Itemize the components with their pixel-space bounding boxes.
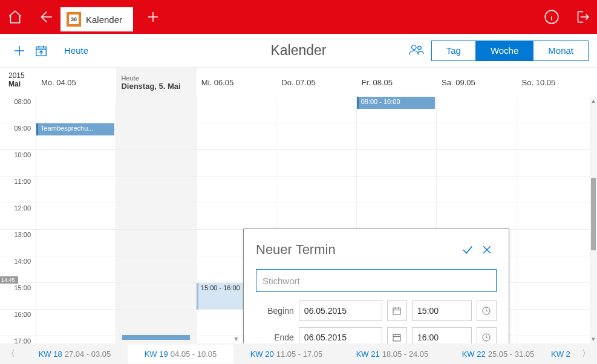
day-col-wed[interactable]: Mi. 06.05 [197,68,276,97]
view-month[interactable]: Monat [533,41,588,60]
svg-point-4 [411,45,416,49]
view-switch: Tag Woche Monat [431,41,589,61]
week-item[interactable]: KW 2 [551,345,575,363]
event-fri[interactable]: 08:00 - 10:00 [357,97,435,109]
begin-label: Beginn [256,306,294,316]
day-col-tue[interactable]: HeuteDienstag, 5. Mai [116,68,196,97]
scroll-down[interactable]: ▼ [590,335,597,343]
calendar-icon: 30 [67,12,81,27]
day-header: 2015 Mai Mo. 04.05 HeuteDienstag, 5. Mai… [0,68,597,97]
year-month: 2015 Mai [0,68,36,97]
day-col-thu[interactable]: Do. 07.05 [276,68,356,97]
week-item[interactable]: KW 1904.05 - 10.05 [128,345,233,363]
end-date-picker[interactable] [387,327,407,343]
view-week[interactable]: Woche [476,41,533,60]
scroll-thumb[interactable] [591,178,596,250]
end-date-field[interactable]: 06.05.2015 [299,327,382,343]
new-tab-button[interactable] [138,0,168,34]
grid-col-tue[interactable] [116,97,196,343]
popup-title: Neuer Termin [256,242,458,258]
view-day[interactable]: Tag [432,41,476,60]
exit-button[interactable] [567,0,597,34]
people-button[interactable] [401,43,431,59]
begin-time-field[interactable]: 15:00 [412,301,472,321]
day-col-mon[interactable]: Mo. 04.05 [36,68,116,97]
goto-today-button[interactable] [30,40,52,62]
titlebar: 30 Kalender [0,0,597,34]
day-col-sun[interactable]: So. 10.05 [517,68,597,97]
week-item[interactable]: KW 1827.04 - 03.05 [22,345,128,363]
close-button[interactable] [477,240,497,259]
grid-col-sun[interactable] [517,97,597,343]
event-partial[interactable] [122,335,189,340]
confirm-button[interactable] [458,240,477,259]
add-button[interactable] [8,40,30,62]
time-column: 08:00 09:00 10:00 11:00 12:00 13:00 14:0… [0,97,36,343]
page-title: Kalender [270,42,326,59]
active-tab[interactable]: 30 Kalender [60,7,133,31]
week-item[interactable]: KW 2118.05 - 24.05 [339,345,445,363]
day-col-fri[interactable]: Fr. 08.05 [357,68,437,97]
subject-input[interactable] [256,269,497,292]
event-team[interactable]: Teambesprechu... [36,123,114,135]
day-col-sat[interactable]: Sa. 09.05 [437,68,517,97]
new-event-popup: Neuer Termin Beginn 06.05.2015 15:00 End… [243,229,509,343]
week-bar: 〈 KW 1827.04 - 03.05 KW 1904.05 - 10.05 … [0,343,597,364]
svg-rect-6 [393,308,400,314]
begin-date-field[interactable]: 06.05.2015 [299,301,382,321]
begin-time-picker[interactable] [477,301,497,321]
tab-title: Kalender [86,15,122,25]
week-prev[interactable]: 〈 [0,348,22,359]
week-item[interactable]: KW 2225.05 - 31.05 [445,345,551,363]
end-time-picker[interactable] [477,327,497,343]
calendar-grid: 08:00 09:00 10:00 11:00 12:00 13:00 14:0… [0,97,597,343]
week-item[interactable]: KW 2011.05 - 17.05 [233,345,339,363]
scrollbar[interactable]: ▲ ▼ [590,97,597,343]
begin-date-picker[interactable] [387,301,407,321]
end-time-field[interactable]: 16:00 [412,327,472,343]
grid-col-mon[interactable]: Teambesprechu... [36,97,116,343]
week-next[interactable]: 〉 [575,348,597,359]
svg-point-5 [417,46,421,50]
toolbar: Heute Kalender Tag Woche Monat [0,34,597,68]
info-button[interactable] [537,0,567,34]
chevron-down-icon[interactable]: ▼ [233,336,240,342]
home-button[interactable] [0,0,30,34]
svg-rect-8 [393,334,400,341]
now-marker: 14:45 [0,276,18,284]
back-button[interactable] [30,0,60,34]
end-label: Ende [256,333,294,342]
today-link[interactable]: Heute [64,45,88,56]
scroll-up[interactable]: ▲ [590,97,597,105]
